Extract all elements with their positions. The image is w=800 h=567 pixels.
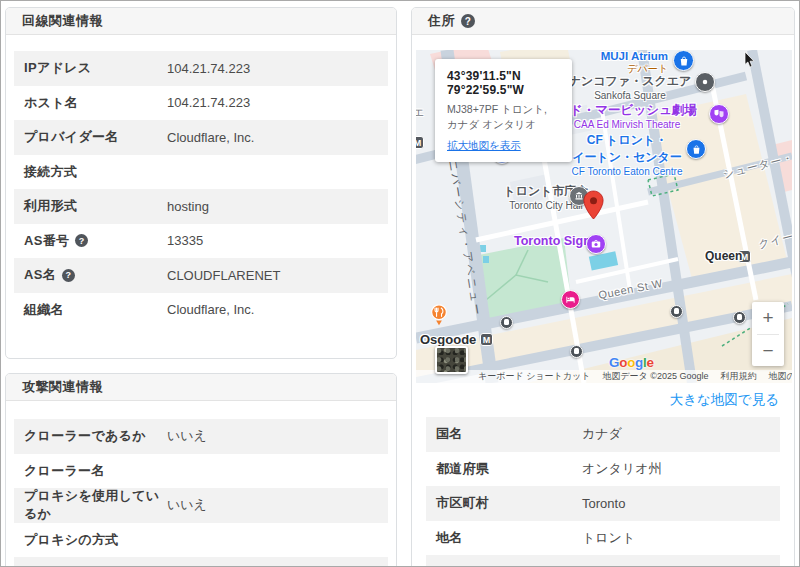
table-row: プロバイダー名Cloudflare, Inc.	[14, 120, 388, 155]
row-label: 市区町村	[436, 494, 582, 512]
row-value: 104.21.74.223	[167, 95, 250, 110]
panel-attack-info-header: 攻撃関連情報	[6, 374, 396, 401]
row-label: 地名	[436, 529, 582, 547]
row-label: IPアドレス	[24, 59, 167, 77]
row-label: プロバイダー名	[24, 128, 167, 146]
theater-poi-icon[interactable]	[709, 104, 729, 124]
poi-name-en: Sankofa Square	[566, 90, 694, 101]
satellite-layer-toggle[interactable]	[435, 346, 468, 374]
row-label: 都道府県	[436, 460, 582, 478]
table-row: 国名カナダ	[426, 417, 780, 452]
panel-line-info-title: 回線関連情報	[22, 12, 103, 30]
table-row: AS番号? 13335	[14, 224, 388, 259]
row-label: プロキシの方式	[24, 531, 167, 549]
view-larger-map-link[interactable]: 拡大地図を表示	[447, 139, 521, 153]
zoom-in-button[interactable]: +	[752, 302, 784, 334]
google-logo[interactable]: Google	[609, 355, 654, 370]
line-info-rows: IPアドレス104.21.74.223 ホスト名104.21.74.223 プロ…	[6, 51, 396, 327]
poi-sankofa-square[interactable]: ナンコファ・スクエア Sankofa Square	[566, 73, 694, 101]
row-value: 13335	[167, 233, 203, 248]
row-label: AS番号?	[24, 232, 167, 250]
map-pin[interactable]	[583, 190, 604, 224]
row-label: クローラーであるか	[24, 427, 167, 445]
subway-station-icon[interactable]: M	[480, 333, 493, 346]
keyboard-shortcuts-link[interactable]: キーボード ショートカット	[478, 370, 590, 383]
poi-name-en: CF Toronto Eaton Centre	[562, 166, 692, 177]
panel-attack-info-title: 攻撃関連情報	[22, 378, 103, 396]
google-letter: G	[609, 355, 619, 370]
panel-address-title: 住所	[428, 12, 455, 30]
row-label: プロキシを使用しているか	[24, 487, 167, 523]
row-value: カナダ	[582, 425, 622, 443]
partial-street-label: エ	[416, 105, 425, 120]
row-value: いいえ	[167, 427, 207, 445]
square-poi-icon[interactable]	[695, 72, 715, 92]
page: 回線関連情報 IPアドレス104.21.74.223 ホスト名104.21.74…	[0, 0, 800, 567]
map-info-card: 43°39'11.5"N 79°22'59.5"W MJ38+7PF トロント,…	[435, 59, 572, 162]
google-map-embed[interactable]: M エ MUJI Atrium デパート ナンコファ・スクエア Sankofa …	[416, 50, 792, 383]
row-value: CLOUDFLARENET	[167, 268, 280, 283]
row-label: 接続方式	[24, 163, 167, 181]
poi-category: デパート	[566, 62, 668, 76]
shopping-poi-icon[interactable]	[686, 139, 706, 159]
table-row: 組織名Cloudflare, Inc.	[14, 293, 388, 328]
table-row: プロキシの方式	[14, 523, 388, 558]
row-value: hosting	[167, 199, 209, 214]
row-label: AS名?	[24, 266, 167, 284]
attack-info-rows: クローラーであるかいいえ クローラー名 プロキシを使用しているかいいえ プロキシ…	[6, 419, 396, 567]
row-label: 利用形式	[24, 197, 167, 215]
transit-stop-icon[interactable]	[670, 305, 683, 318]
zoom-out-button[interactable]: −	[752, 335, 784, 367]
table-row: クローラー名	[14, 454, 388, 489]
row-value: オンタリオ州	[582, 460, 662, 478]
restaurant-poi-icon[interactable]	[430, 304, 448, 331]
map-attribution: キーボード ショートカット 地図データ ©2025 Google 利用規約 地図…	[416, 370, 792, 383]
poi-muji-atrium[interactable]: MUJI Atrium デパート	[566, 50, 668, 76]
terms-link[interactable]: 利用規約	[721, 370, 757, 383]
hotel-poi-icon[interactable]	[561, 290, 580, 309]
transit-stop-icon[interactable]	[733, 311, 746, 324]
row-label: 国名	[436, 425, 582, 443]
view-bigger-map-link[interactable]: 大きな地図で見る	[670, 391, 779, 409]
table-row-partial	[14, 557, 388, 567]
coordinates-title: 43°39'11.5"N 79°22'59.5"W	[447, 69, 560, 97]
panel-line-info-header: 回線関連情報	[6, 8, 396, 35]
camera-poi-icon[interactable]	[586, 234, 606, 254]
report-map-error-link[interactable]: 地図の誤りを報告する	[769, 370, 792, 383]
mouse-cursor	[744, 51, 755, 72]
google-letter: g	[635, 355, 643, 370]
shopping-poi-icon[interactable]	[673, 50, 694, 71]
poi-queen-station[interactable]: Queen	[705, 249, 742, 263]
panel-attack-info: 攻撃関連情報 クローラーであるかいいえ クローラー名 プロキシを使用しているかい…	[5, 373, 397, 567]
table-row: プロキシを使用しているかいいえ	[14, 488, 388, 523]
table-row-partial	[426, 555, 780, 567]
row-label-text: AS名	[24, 266, 56, 284]
poi-toronto-sign[interactable]: Toronto Sign	[514, 234, 591, 248]
poi-eaton-centre[interactable]: CF トロント・ イートン・センター CF Toronto Eaton Cent…	[562, 132, 692, 177]
panel-line-info: 回線関連情報 IPアドレス104.21.74.223 ホスト名104.21.74…	[5, 7, 397, 359]
table-row: IPアドレス104.21.74.223	[14, 51, 388, 86]
table-row: 地名トロント	[426, 521, 780, 556]
help-icon[interactable]: ?	[75, 234, 88, 247]
table-row: ホスト名104.21.74.223	[14, 86, 388, 121]
poi-name-line1: CF トロント・	[562, 132, 692, 149]
panel-address-header: 住所 ?	[412, 8, 794, 35]
row-value: Cloudflare, Inc.	[167, 130, 254, 145]
help-icon[interactable]: ?	[461, 14, 475, 28]
panel-address: 住所 ?	[411, 7, 795, 567]
subway-station-icon[interactable]: M	[416, 136, 424, 149]
poi-name-line2: イートン・センター	[562, 149, 692, 166]
maplink-row: 大きな地図で見る	[412, 383, 794, 417]
row-label: ホスト名	[24, 94, 167, 112]
map-zoom-control: + −	[752, 302, 784, 366]
table-row: クローラーであるかいいえ	[14, 419, 388, 454]
transit-stop-icon[interactable]	[500, 316, 513, 329]
row-value: Cloudflare, Inc.	[167, 302, 254, 317]
table-row: 接続方式	[14, 155, 388, 190]
poi-osgoode-station[interactable]: Osgoode	[420, 332, 476, 347]
help-icon[interactable]: ?	[62, 269, 75, 282]
google-letter: e	[647, 355, 654, 370]
transit-stop-icon[interactable]	[570, 345, 583, 358]
google-letter: o	[627, 355, 635, 370]
table-row: AS名? CLOUDFLARENET	[14, 258, 388, 293]
